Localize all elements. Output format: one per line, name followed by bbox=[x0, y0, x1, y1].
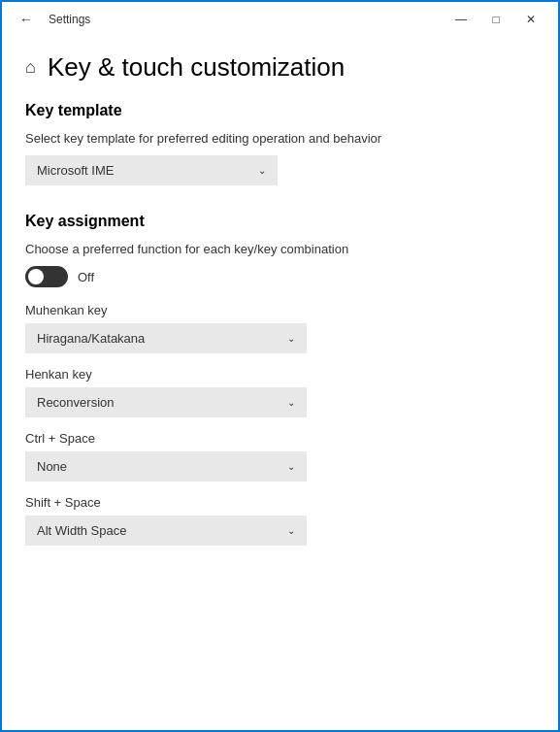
toggle-row: Off bbox=[25, 266, 535, 287]
shift-space-label: Shift + Space bbox=[25, 495, 535, 510]
toggle-knob bbox=[28, 269, 44, 284]
shift-space-option: Shift + Space Alt Width Space ⌄ bbox=[25, 495, 535, 546]
ctrl-space-value: None bbox=[37, 459, 67, 474]
henkan-value: Reconversion bbox=[37, 395, 115, 410]
henkan-label: Henkan key bbox=[25, 367, 535, 382]
title-bar: ← Settings — □ ✕ bbox=[2, 2, 558, 37]
key-template-title: Key template bbox=[25, 102, 535, 119]
shift-space-dropdown[interactable]: Alt Width Space ⌄ bbox=[25, 516, 307, 546]
close-button[interactable]: ✕ bbox=[515, 8, 546, 31]
key-assignment-section: Key assignment Choose a preferred functi… bbox=[25, 213, 535, 546]
toggle-state-label: Off bbox=[78, 270, 94, 284]
key-assignment-toggle[interactable] bbox=[25, 266, 68, 287]
page-content: ⌂ Key & touch customization Key template… bbox=[2, 37, 558, 730]
muhenkan-option: Muhenkan key Hiragana/Katakana ⌄ bbox=[25, 303, 535, 353]
home-icon[interactable]: ⌂ bbox=[25, 57, 36, 78]
henkan-dropdown[interactable]: Reconversion ⌄ bbox=[25, 387, 307, 417]
henkan-option: Henkan key Reconversion ⌄ bbox=[25, 367, 535, 417]
key-template-dropdown[interactable]: Microsoft IME ⌄ bbox=[25, 155, 278, 185]
ctrl-space-option: Ctrl + Space None ⌄ bbox=[25, 431, 535, 482]
ctrl-space-label: Ctrl + Space bbox=[25, 431, 535, 446]
key-assignment-title: Key assignment bbox=[25, 213, 535, 230]
key-template-section: Key template Select key template for pre… bbox=[25, 102, 535, 185]
title-bar-left: ← Settings bbox=[14, 10, 90, 29]
muhenkan-label: Muhenkan key bbox=[25, 303, 535, 317]
title-bar-controls: — □ ✕ bbox=[445, 8, 546, 31]
ctrl-space-arrow: ⌄ bbox=[287, 461, 295, 472]
key-template-value: Microsoft IME bbox=[37, 163, 114, 178]
page-header: ⌂ Key & touch customization bbox=[25, 37, 535, 102]
page-title: Key & touch customization bbox=[48, 52, 345, 83]
key-template-arrow: ⌄ bbox=[258, 165, 266, 176]
back-button[interactable]: ← bbox=[14, 10, 39, 29]
window-title: Settings bbox=[49, 13, 90, 26]
maximize-button[interactable]: □ bbox=[480, 8, 511, 31]
henkan-arrow: ⌄ bbox=[287, 397, 295, 408]
ctrl-space-dropdown[interactable]: None ⌄ bbox=[25, 451, 307, 482]
shift-space-arrow: ⌄ bbox=[287, 525, 295, 536]
muhenkan-value: Hiragana/Katakana bbox=[37, 331, 145, 346]
muhenkan-dropdown[interactable]: Hiragana/Katakana ⌄ bbox=[25, 323, 307, 353]
minimize-button[interactable]: — bbox=[445, 8, 477, 31]
key-assignment-description: Choose a preferred function for each key… bbox=[25, 242, 535, 256]
muhenkan-arrow: ⌄ bbox=[287, 333, 295, 344]
settings-window: ← Settings — □ ✕ ⌂ Key & touch customiza… bbox=[0, 0, 560, 732]
shift-space-value: Alt Width Space bbox=[37, 523, 127, 538]
key-template-description: Select key template for preferred editin… bbox=[25, 131, 535, 146]
